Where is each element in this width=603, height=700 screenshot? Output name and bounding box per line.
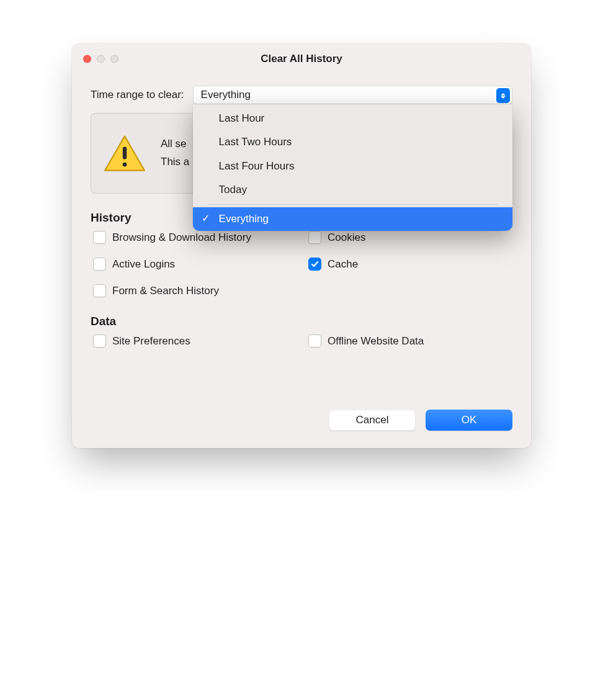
checkbox-site-preferences[interactable]: Site Preferences xyxy=(93,334,297,348)
warning-icon xyxy=(104,135,146,172)
checkbox-active-logins[interactable]: Active Logins xyxy=(93,258,297,271)
time-range-option-last-four-hours[interactable]: Last Four Hours xyxy=(193,155,512,178)
ok-button[interactable]: OK xyxy=(426,410,512,431)
time-range-option-last-hour[interactable]: Last Hour xyxy=(193,107,512,130)
data-section-heading: Data xyxy=(91,315,512,328)
titlebar: Clear All History xyxy=(72,43,531,74)
check-icon: ✓ xyxy=(202,209,210,228)
time-range-selected-value: Everything xyxy=(201,89,251,101)
time-range-option-last-two-hours[interactable]: Last Two Hours xyxy=(193,130,512,154)
minimize-window-button[interactable] xyxy=(97,55,105,63)
checkbox-cache[interactable]: Cache xyxy=(308,258,512,271)
time-range-label: Time range to clear: xyxy=(91,89,184,101)
menu-separator xyxy=(208,204,498,205)
svg-point-0 xyxy=(123,163,127,167)
dropdown-stepper-icon xyxy=(496,88,510,103)
checkbox-form-search-history[interactable]: Form & Search History xyxy=(93,284,297,297)
warning-text: All se This a xyxy=(161,135,189,171)
time-range-option-today[interactable]: Today xyxy=(193,178,512,202)
checkbox-offline-website-data[interactable]: Offline Website Data xyxy=(308,334,512,348)
checkbox-browsing-history[interactable]: Browsing & Download History xyxy=(93,231,297,244)
checkbox-cookies[interactable]: Cookies xyxy=(308,231,512,244)
maximize-window-button[interactable] xyxy=(110,55,118,63)
time-range-option-everything[interactable]: ✓ Everything xyxy=(193,207,512,231)
clear-history-dialog: Clear All History Time range to clear: E… xyxy=(72,43,531,448)
cancel-button[interactable]: Cancel xyxy=(329,410,416,431)
time-range-select[interactable]: Everything xyxy=(193,86,512,104)
dialog-title: Clear All History xyxy=(261,53,342,65)
close-window-button[interactable] xyxy=(83,55,91,63)
window-controls xyxy=(83,55,118,63)
time-range-menu: Last Hour Last Two Hours Last Four Hours… xyxy=(193,104,512,231)
svg-rect-1 xyxy=(123,146,127,159)
